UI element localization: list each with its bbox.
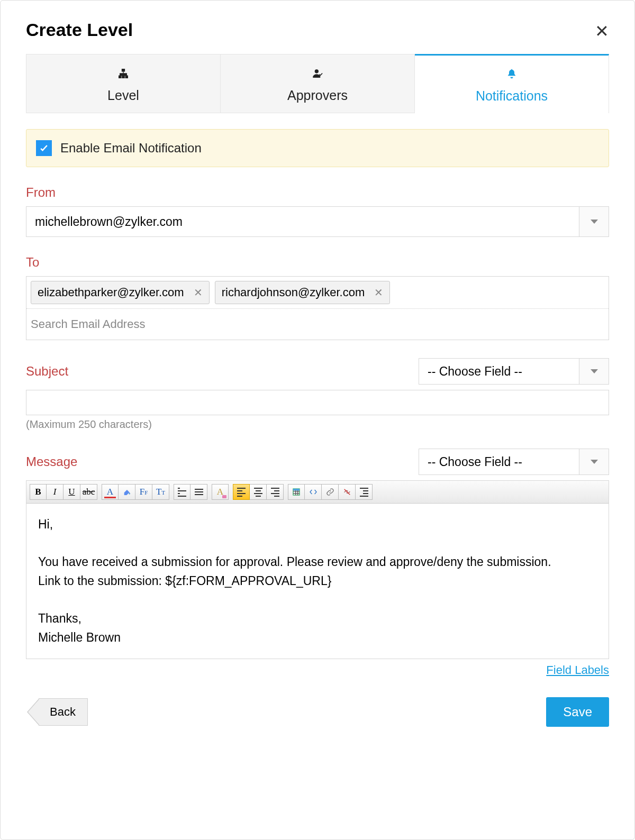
text-color-button[interactable]: A (102, 484, 119, 500)
create-level-modal: Create Level ✕ Level (0, 0, 635, 840)
caret-down-icon (591, 220, 598, 224)
tab-level[interactable]: Level (26, 54, 221, 113)
tab-notifications-label: Notifications (476, 88, 548, 104)
close-icon[interactable]: ✕ (595, 20, 609, 40)
message-body[interactable]: Hi, You have received a submission for a… (26, 504, 609, 659)
person-check-icon (312, 65, 323, 83)
field-labels-link[interactable]: Field Labels (546, 663, 609, 677)
unlink-button[interactable] (339, 484, 356, 500)
subject-input[interactable] (26, 390, 609, 415)
align-left-button[interactable] (233, 484, 250, 500)
subject-choose-field[interactable]: -- Choose Field -- (419, 358, 609, 385)
enable-email-label: Enable Email Notification (60, 141, 202, 156)
subject-choose-handle[interactable] (579, 359, 609, 384)
link-button[interactable] (322, 484, 339, 500)
from-select[interactable]: michellebrown@zylker.com (26, 206, 609, 237)
table-button[interactable] (288, 484, 305, 500)
underline-button[interactable]: U (64, 484, 80, 500)
svg-rect-1 (119, 76, 121, 78)
svg-rect-2 (122, 76, 124, 78)
chip-remove-icon[interactable]: ✕ (194, 286, 203, 299)
svg-rect-3 (125, 76, 128, 78)
enable-email-notice: Enable Email Notification (26, 129, 609, 167)
fill-color-button[interactable] (119, 484, 135, 500)
tab-approvers-label: Approvers (287, 88, 348, 103)
from-label: From (26, 185, 609, 200)
align-right-button[interactable] (267, 484, 284, 500)
bold-button[interactable]: B (30, 484, 47, 500)
to-chip: richardjohnson@zylker.com ✕ (215, 281, 391, 304)
tab-bar: Level Approvers Notifications (26, 54, 609, 113)
hierarchy-icon (118, 65, 129, 83)
unordered-list-button[interactable] (190, 484, 207, 500)
tab-notifications[interactable]: Notifications (415, 54, 609, 113)
ordered-list-button[interactable] (174, 484, 190, 500)
to-chip: elizabethparker@zylker.com ✕ (31, 281, 210, 304)
svg-rect-0 (122, 69, 125, 71)
to-chip-label: elizabethparker@zylker.com (38, 286, 184, 299)
to-field: elizabethparker@zylker.com ✕ richardjohn… (26, 276, 609, 340)
font-size-button[interactable]: TT (152, 484, 169, 500)
save-button-label: Save (563, 705, 592, 719)
message-choose-value: -- Choose Field -- (428, 455, 522, 469)
svg-point-4 (315, 69, 319, 73)
align-center-button[interactable] (250, 484, 267, 500)
back-button-label: Back (50, 705, 76, 719)
save-button[interactable]: Save (546, 697, 609, 727)
subject-choose-value: -- Choose Field -- (428, 364, 522, 379)
message-editor: B I U abc A FF TT (26, 480, 609, 659)
enable-email-checkbox[interactable] (36, 140, 52, 156)
tab-approvers[interactable]: Approvers (221, 54, 415, 113)
message-choose-field[interactable]: -- Choose Field -- (419, 449, 609, 475)
back-button[interactable]: Back (39, 698, 88, 726)
chip-remove-icon[interactable]: ✕ (374, 286, 383, 299)
message-choose-handle[interactable] (579, 449, 609, 474)
html-button[interactable] (305, 484, 322, 500)
message-label: Message (26, 454, 77, 469)
to-search-input[interactable] (26, 309, 609, 340)
to-chip-label: richardjohnson@zylker.com (222, 286, 365, 299)
tab-level-label: Level (107, 88, 139, 103)
indent-button[interactable] (356, 484, 373, 500)
italic-button[interactable]: I (47, 484, 64, 500)
bell-icon (506, 65, 517, 83)
caret-down-icon (591, 369, 598, 373)
page-title: Create Level (26, 20, 133, 40)
from-select-handle[interactable] (579, 207, 609, 236)
clear-formatting-button[interactable]: A (212, 484, 229, 500)
to-label: To (26, 255, 609, 270)
subject-hint: (Maximum 250 characters) (26, 418, 609, 431)
editor-toolbar: B I U abc A FF TT (26, 481, 609, 504)
from-value: michellebrown@zylker.com (35, 215, 183, 229)
subject-label: Subject (26, 364, 68, 379)
font-family-button[interactable]: FF (135, 484, 152, 500)
caret-down-icon (591, 460, 598, 464)
svg-rect-6 (293, 489, 300, 490)
strikethrough-button[interactable]: abc (80, 484, 97, 500)
